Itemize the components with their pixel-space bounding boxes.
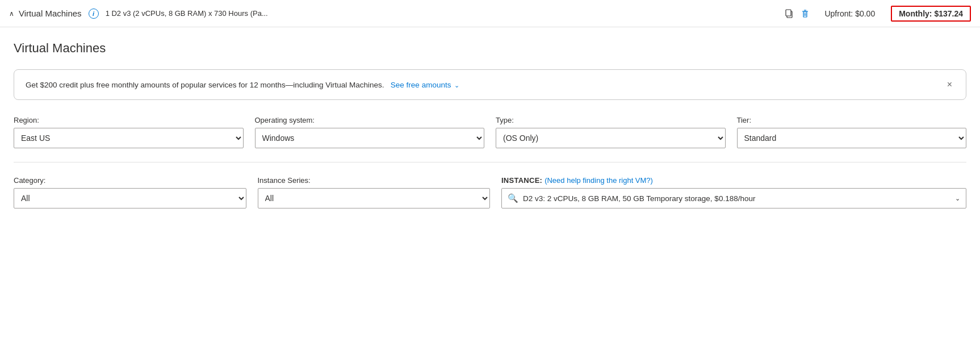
monthly-cost: Monthly: $137.24 [891, 6, 971, 22]
filter-row-2: Category: All General Purpose Compute Op… [14, 176, 966, 208]
tier-filter-group: Tier: Standard Basic Free [737, 116, 967, 148]
page-title: Virtual Machines [14, 41, 966, 56]
type-filter-group: Type: (OS Only) GPU HPC Storage [496, 116, 726, 148]
instance-label-row: INSTANCE: (Need help finding the right V… [501, 176, 966, 185]
info-banner: Get $200 credit plus free monthly amount… [14, 69, 966, 100]
instance-dropdown-icon: ⌄ [955, 195, 960, 202]
top-bar-title: Virtual Machines [19, 9, 82, 18]
banner-close-button[interactable]: × [945, 80, 954, 89]
instance-filter-group: INSTANCE: (Need help finding the right V… [501, 176, 966, 208]
search-icon: 🔍 [508, 193, 518, 203]
type-label: Type: [496, 116, 726, 124]
top-bar: ∧ Virtual Machines i 1 D2 v3 (2 vCPUs, 8… [0, 0, 980, 27]
banner-main-text: Get $200 credit plus free monthly amount… [26, 81, 384, 89]
category-label: Category: [14, 176, 246, 185]
top-bar-left: ∧ Virtual Machines [9, 9, 82, 18]
svg-rect-1 [786, 10, 791, 16]
region-filter-group: Region: East US West US West Europe East… [14, 116, 244, 148]
instance-series-label: Instance Series: [258, 176, 491, 185]
os-label: Operating system: [255, 116, 485, 124]
main-content: Virtual Machines Get $200 credit plus fr… [0, 27, 980, 208]
info-icon[interactable]: i [89, 9, 99, 19]
os-select[interactable]: Windows Linux [255, 128, 485, 148]
delete-icon[interactable] [799, 8, 811, 19]
instance-help-link[interactable]: (Need help finding the right VM?) [545, 176, 653, 185]
instance-label: INSTANCE: [501, 176, 542, 185]
category-filter-group: Category: All General Purpose Compute Op… [14, 176, 246, 208]
region-label: Region: [14, 116, 244, 124]
top-bar-icons [784, 8, 811, 19]
region-select[interactable]: East US West US West Europe East Asia [14, 128, 244, 148]
see-free-amounts-link[interactable]: See free amounts [391, 81, 451, 89]
os-filter-group: Operating system: Windows Linux [255, 116, 485, 148]
copy-icon[interactable] [784, 8, 795, 19]
tier-select[interactable]: Standard Basic Free [737, 128, 967, 148]
upfront-cost: Upfront: $0.00 [824, 9, 875, 18]
top-bar-summary: 1 D2 v3 (2 vCPUs, 8 GB RAM) x 730 Hours … [106, 9, 777, 18]
filter-row-1: Region: East US West US West Europe East… [14, 116, 966, 148]
collapse-icon[interactable]: ∧ [9, 10, 14, 18]
chevron-down-icon: ⌄ [454, 82, 459, 89]
category-select[interactable]: All General Purpose Compute Optimized Me… [14, 188, 246, 208]
svg-rect-2 [803, 12, 807, 17]
instance-search-box[interactable]: 🔍 D2 v3: 2 vCPUs, 8 GB RAM, 50 GB Tempor… [501, 188, 966, 208]
type-select[interactable]: (OS Only) GPU HPC Storage [496, 128, 726, 148]
divider [14, 162, 966, 162]
instance-series-filter-group: Instance Series: All Av2-series B-series… [258, 176, 491, 208]
instance-series-select[interactable]: All Av2-series B-series D-series Dv3-ser… [258, 188, 491, 208]
instance-value: D2 v3: 2 vCPUs, 8 GB RAM, 50 GB Temporar… [523, 194, 950, 203]
banner-text: Get $200 credit plus free monthly amount… [26, 81, 459, 89]
tier-label: Tier: [737, 116, 967, 124]
